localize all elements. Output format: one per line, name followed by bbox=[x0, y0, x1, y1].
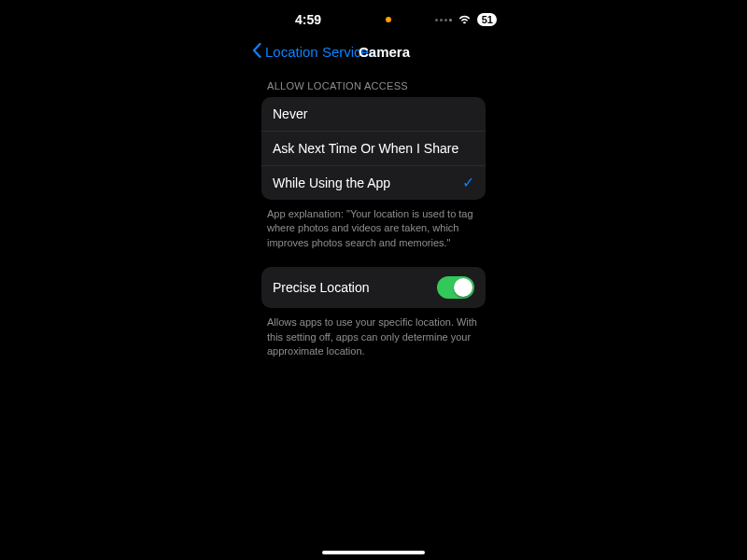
precise-location-group: Precise Location bbox=[261, 267, 486, 308]
access-option-label: Ask Next Time Or When I Share bbox=[273, 141, 458, 156]
access-option-label: While Using the App bbox=[273, 175, 390, 190]
precise-location-row[interactable]: Precise Location bbox=[261, 267, 486, 308]
battery-level: 51 bbox=[482, 14, 493, 25]
battery-indicator: 51 bbox=[477, 13, 497, 26]
chevron-left-icon bbox=[252, 43, 261, 61]
status-bar: 4:59 51 bbox=[0, 11, 747, 28]
section-header-access: ALLOW LOCATION ACCESS bbox=[267, 80, 480, 91]
precise-location-label: Precise Location bbox=[273, 280, 370, 295]
access-footer-text: App explanation: "Your location is used … bbox=[267, 207, 480, 250]
home-indicator[interactable] bbox=[322, 551, 425, 554]
content-area: ALLOW LOCATION ACCESS Never Ask Next Tim… bbox=[261, 77, 486, 358]
access-option-while-using[interactable]: While Using the App ✓ bbox=[261, 165, 486, 200]
toggle-knob-icon bbox=[454, 278, 472, 297]
status-right-cluster: 51 bbox=[435, 11, 497, 28]
access-option-label: Never bbox=[273, 106, 307, 121]
back-button[interactable]: Location Services bbox=[252, 43, 375, 61]
cellular-signal-icon bbox=[435, 19, 452, 21]
checkmark-icon: ✓ bbox=[462, 175, 474, 190]
location-access-group: Never Ask Next Time Or When I Share Whil… bbox=[261, 97, 486, 200]
privacy-recording-dot-icon bbox=[386, 17, 391, 22]
nav-bar: Location Services Camera bbox=[0, 37, 747, 65]
access-option-never[interactable]: Never bbox=[261, 97, 486, 131]
precise-footer-text: Allows apps to use your specific locatio… bbox=[267, 315, 480, 358]
page-title: Camera bbox=[359, 44, 410, 60]
precise-location-toggle[interactable] bbox=[437, 276, 474, 299]
status-time: 4:59 bbox=[295, 12, 321, 27]
wifi-icon bbox=[458, 11, 472, 28]
access-option-ask[interactable]: Ask Next Time Or When I Share bbox=[261, 131, 486, 165]
